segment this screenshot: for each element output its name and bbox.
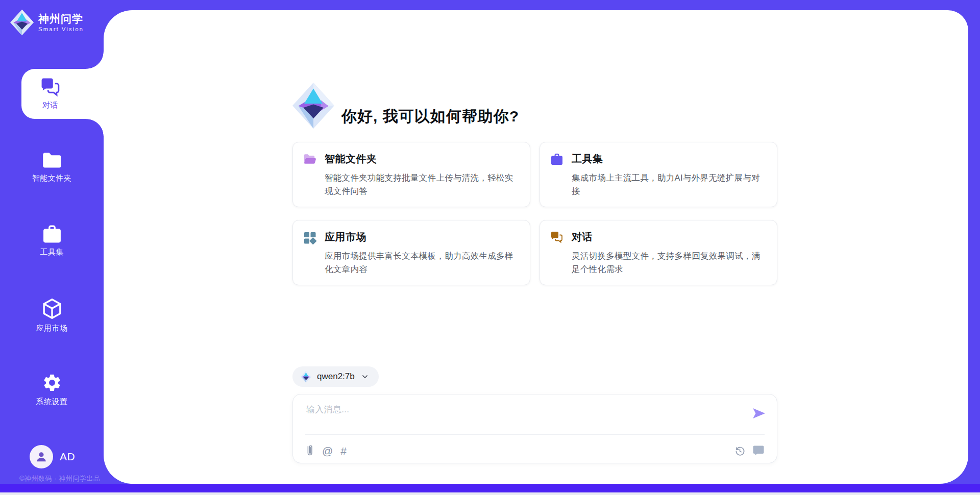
active-tab-fillet-top (86, 52, 104, 69)
model-selector[interactable]: qwen2:7b (292, 366, 379, 387)
model-name: qwen2:7b (317, 372, 355, 382)
card-app-market[interactable]: 应用市场 应用市场提供丰富长文本模板，助力高效生成多样化文章内容 (292, 220, 530, 285)
card-description: 应用市场提供丰富长文本模板，助力高效生成多样化文章内容 (325, 249, 518, 276)
message-composer: @ # (292, 394, 777, 463)
card-title: 应用市场 (325, 230, 518, 244)
card-description: 灵活切换多模型文件，支持多样回复效果调试，满足个性化需求 (572, 249, 765, 276)
brand-diamond-logo (292, 83, 334, 129)
attach-button[interactable] (305, 444, 314, 457)
avatar (30, 445, 53, 468)
sidebar-item-toolset[interactable]: 工具集 (0, 225, 104, 257)
send-button[interactable] (752, 408, 766, 419)
feature-cards-grid: 智能文件夹 智能文件夹功能支持批量文件上传与清洗，轻松实现文件问答 工具集 集成… (292, 142, 777, 285)
brand-title: 神州问学 (38, 13, 84, 25)
gear-icon (42, 373, 62, 393)
user-account[interactable]: AD (30, 445, 75, 468)
person-icon (35, 450, 48, 463)
bottom-purple-band (0, 484, 980, 492)
card-title: 工具集 (572, 152, 765, 166)
sidebar-item-label: 对话 (42, 101, 58, 110)
sidebar-item-label: 智能文件夹 (32, 174, 72, 183)
card-chat[interactable]: 对话 灵活切换多模型文件，支持多样回复效果调试，满足个性化需求 (540, 220, 777, 285)
greeting-title: 你好, 我可以如何帮助你? (341, 106, 519, 127)
send-icon (752, 408, 766, 419)
sidebar: 神州问学 Smart Vision 对话 智能文件夹 工具集 应用市场 系统设置… (0, 0, 104, 495)
brand-subtitle: Smart Vision (38, 26, 84, 32)
sidebar-item-chat[interactable]: 对话 (21, 69, 104, 119)
sidebar-item-smart-folder[interactable]: 智能文件夹 (0, 151, 104, 183)
sidebar-item-label: 工具集 (40, 247, 64, 257)
sidebar-item-app-market[interactable]: 应用市场 (0, 298, 104, 333)
conversation-button[interactable] (752, 445, 765, 456)
card-title: 智能文件夹 (325, 152, 518, 166)
brand-diamond-logo (10, 9, 34, 36)
brand-header: 神州问学 Smart Vision (10, 9, 84, 36)
composer-toolbar: @ # (305, 441, 765, 460)
cube-icon (42, 298, 62, 319)
card-toolset[interactable]: 工具集 集成市场上主流工具，助力AI与外界无缝扩展与对接 (540, 142, 777, 207)
active-tab-fillet-bottom (86, 119, 104, 136)
card-title: 对话 (572, 230, 765, 244)
history-icon (734, 445, 746, 457)
sidebar-footer: ©神州数码 · 神州问学出品 (19, 474, 100, 483)
chat-bubble-icon (752, 445, 765, 456)
toolbox-icon (42, 225, 62, 243)
sidebar-item-settings[interactable]: 系统设置 (0, 373, 104, 407)
sidebar-item-label: 应用市场 (36, 324, 68, 333)
hashtag-button[interactable]: # (340, 445, 347, 456)
card-description: 智能文件夹功能支持批量文件上传与清洗，轻松实现文件问答 (325, 171, 518, 197)
model-diamond-icon (301, 371, 311, 383)
composer-divider (305, 434, 765, 435)
card-smart-folder[interactable]: 智能文件夹 智能文件夹功能支持批量文件上传与清洗，轻松实现文件问答 (292, 142, 530, 207)
main-content-panel: 你好, 我可以如何帮助你? 智能文件夹 智能文件夹功能支持批量文件上传与清洗，轻… (104, 10, 968, 484)
sidebar-item-label: 系统设置 (36, 397, 68, 407)
chat-icon (40, 78, 61, 97)
chevron-down-icon (360, 372, 370, 381)
toolbox-icon (550, 153, 564, 165)
paperclip-icon (305, 444, 314, 457)
card-description: 集成市场上主流工具，助力AI与外界无缝扩展与对接 (572, 171, 765, 197)
bottom-edge-strip (0, 492, 980, 495)
history-button[interactable] (734, 445, 746, 457)
folder-open-icon (303, 153, 317, 165)
message-input[interactable] (305, 403, 746, 432)
mention-button[interactable]: @ (322, 445, 333, 456)
folder-icon (41, 151, 63, 169)
user-initials: AD (60, 451, 75, 463)
apps-grid-icon (303, 231, 316, 244)
chat-icon (550, 231, 564, 243)
